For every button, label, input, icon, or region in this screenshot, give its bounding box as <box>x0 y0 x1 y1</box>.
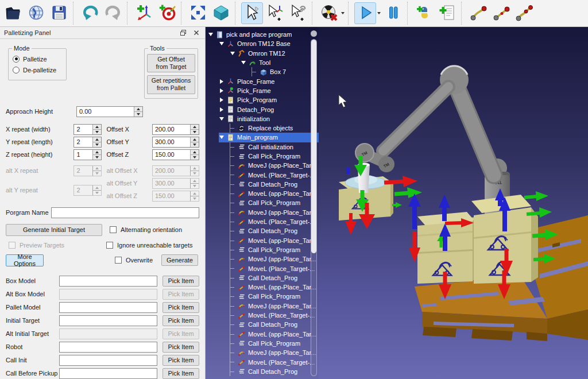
checkbox-icon[interactable] <box>115 257 122 264</box>
move-tool-button[interactable] <box>264 2 286 24</box>
tree-item-call-pick-program[interactable]: Call Pick_Program <box>206 198 319 207</box>
tree-item-movej-app-place-tar[interactable]: MoveJ (app-Place_Tar... <box>206 348 319 357</box>
dropdown-arrow-icon[interactable] <box>377 12 381 14</box>
tree-item-call-detach-prog[interactable]: Call Detach_Prog <box>206 180 319 189</box>
add-target-button[interactable] <box>156 2 178 24</box>
spin-down-button[interactable] <box>191 129 199 134</box>
add-script-button[interactable] <box>436 2 458 24</box>
float-icon[interactable] <box>179 29 188 37</box>
tree-scrollbar-thumb[interactable] <box>311 40 316 253</box>
trajectory-curve-button[interactable] <box>467 2 489 24</box>
picker-input[interactable] <box>59 342 157 353</box>
undo-button[interactable] <box>79 2 101 24</box>
pause-button[interactable] <box>382 2 404 24</box>
chevron-expanded-icon[interactable] <box>219 117 224 121</box>
close-icon[interactable] <box>192 29 201 37</box>
spinbox-value[interactable]: 150.00 <box>153 150 190 160</box>
scene-3d[interactable]: TM TM TM <box>319 27 588 379</box>
chevron-expanded-icon[interactable] <box>219 136 224 139</box>
picker-input[interactable] <box>59 302 157 313</box>
tree-item-movej-app-place-tar[interactable]: MoveJ (app-Place_Tar... <box>206 161 319 170</box>
spin-down-button[interactable] <box>93 142 101 147</box>
generate-button[interactable]: Generate <box>161 254 198 266</box>
spinbox[interactable]: 200.00 <box>152 124 199 135</box>
pick-item-button[interactable]: Pick Item <box>163 355 199 366</box>
chevron-expanded-icon[interactable] <box>219 42 224 45</box>
spin-down-button[interactable] <box>93 154 101 160</box>
pick-item-button[interactable]: Pick Item <box>163 302 199 313</box>
tree-item-pick-and-place-program[interactable]: pick and place program <box>206 30 319 39</box>
tree-item-movel-app-place-tar[interactable]: MoveL (app-Place_Tar... <box>206 189 319 198</box>
tree-scroll-dot[interactable] <box>311 30 317 37</box>
spin-up-button[interactable] <box>191 137 199 142</box>
tree-item-call-pick-program[interactable]: Call Pick_Program <box>206 292 319 301</box>
tree-item-replace-objects[interactable]: Replace objects <box>206 123 319 133</box>
tree-item-call-detach-prog[interactable]: Call Detach_Prog <box>206 226 319 235</box>
save-button[interactable] <box>48 2 70 24</box>
tree-item-movel-place-target[interactable]: MoveL (Place_Target-... <box>206 264 319 273</box>
open-web-button[interactable] <box>25 2 47 24</box>
tree-item-call-detach-prog[interactable]: Call Detach_Prog <box>206 367 319 376</box>
program-name-input[interactable] <box>51 207 199 218</box>
simulation-button[interactable] <box>318 2 340 24</box>
radio-icon[interactable] <box>13 67 20 74</box>
tree-item-call-pick-program[interactable]: Call Pick_Program <box>206 339 319 348</box>
spin-up-button[interactable] <box>93 150 101 154</box>
chevron-expanded-icon[interactable] <box>208 33 213 36</box>
spinbox-value[interactable]: 1 <box>74 150 92 160</box>
tree-item-movel-place-target[interactable]: MoveL (Place_Target-... <box>206 311 319 320</box>
tree-item-call-detach-prog[interactable]: Call Detach_Prog <box>206 273 319 283</box>
trajectory-multi-button[interactable] <box>513 2 535 24</box>
spinbox[interactable]: 2 <box>74 124 102 135</box>
select-tool-button[interactable] <box>241 2 263 24</box>
spinbox[interactable]: 150.00 <box>152 149 199 160</box>
checkbox-icon[interactable] <box>106 242 113 249</box>
more-options-button[interactable]: More Options <box>6 254 44 266</box>
picker-input[interactable] <box>59 276 157 287</box>
tree-item-movej-app-place-tar[interactable]: MoveJ (app-Place_Tar... <box>206 208 319 217</box>
play-button[interactable] <box>354 2 376 24</box>
generate-initial-target-button[interactable]: Generate Initial Target <box>6 224 102 236</box>
tree-item-pick-program[interactable]: Pick_Program <box>206 95 319 105</box>
de-palletize-radio[interactable]: De-palletize <box>13 64 62 75</box>
viewport-3d[interactable]: TM TM TM <box>319 27 588 379</box>
radio-icon[interactable] <box>13 56 20 63</box>
chevron-expanded-icon[interactable] <box>241 61 246 64</box>
ignore-unreachable-checkbox[interactable]: Ignore unreachable targets <box>106 242 192 249</box>
spin-up-button[interactable] <box>191 125 199 129</box>
picker-input[interactable] <box>59 368 157 379</box>
approach-height-spinbox[interactable]: 0.00 <box>76 106 143 117</box>
pick-item-button[interactable]: Pick Item <box>163 315 199 326</box>
redo-button[interactable] <box>102 2 124 24</box>
tree-item-omron-tm12[interactable]: Omron TM12 <box>206 49 319 58</box>
trajectory-line-button[interactable] <box>490 2 512 24</box>
spin-up-button[interactable] <box>93 137 101 142</box>
tree-item-main-program[interactable]: Main_program <box>206 133 319 142</box>
add-python-button[interactable] <box>413 2 435 24</box>
overwrite-checkbox[interactable]: Overwrite <box>115 257 153 264</box>
approach-height-value[interactable]: 0.00 <box>77 107 134 117</box>
open-file-button[interactable] <box>2 2 24 24</box>
tree-item-movel-place-target[interactable]: MoveL (Place_Target-... <box>206 170 319 179</box>
tree-item-pick-frame[interactable]: Pick_Frame <box>206 86 319 95</box>
spinbox-value[interactable]: 2 <box>74 125 92 134</box>
pick-item-button[interactable]: Pick Item <box>163 342 199 353</box>
checkbox-icon[interactable] <box>110 226 117 233</box>
pick-item-button[interactable]: Pick Item <box>163 276 199 287</box>
pick-item-button[interactable]: Pick Item <box>163 368 199 379</box>
tree-item-movel-app-place-tar[interactable]: MoveL (app-Place_Tar... <box>206 283 319 292</box>
spinbox-value[interactable]: 300.00 <box>153 137 190 147</box>
tree-item-movel-app-place-tar[interactable]: MoveL (app-Place_Tar... <box>206 236 319 245</box>
spin-down-button[interactable] <box>191 154 199 160</box>
spin-up-button[interactable] <box>191 150 199 154</box>
tree-item-omron-tm12-base[interactable]: Omron TM12 Base <box>206 39 319 48</box>
chevron-collapsed-icon[interactable] <box>220 79 223 84</box>
spinbox[interactable]: 1 <box>74 149 102 160</box>
tree-item-movej-app-place-tar[interactable]: MoveJ (app-Place_Tar... <box>206 254 319 264</box>
picker-input[interactable] <box>59 315 157 326</box>
spinbox-value[interactable]: 2 <box>74 137 92 147</box>
spin-down-button[interactable] <box>93 129 101 134</box>
dropdown-arrow-icon[interactable] <box>341 12 345 14</box>
tree-item-detach-prog[interactable]: Detach_Prog <box>206 105 319 114</box>
spinbox[interactable]: 2 <box>74 137 102 148</box>
